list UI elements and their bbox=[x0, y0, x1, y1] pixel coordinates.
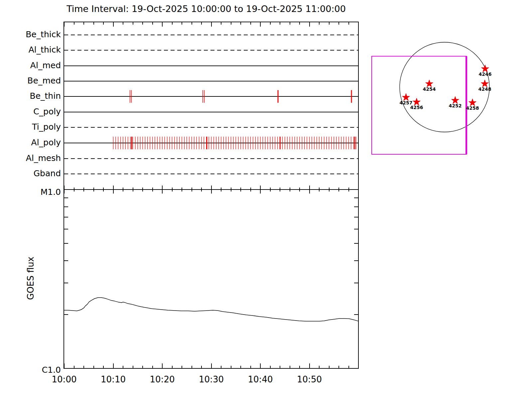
goes-axis-title: GOES flux bbox=[26, 257, 36, 300]
goes-axis-title-wrap: GOES flux bbox=[21, 255, 41, 302]
active-region-star-4257 bbox=[402, 93, 410, 101]
goes-panel bbox=[64, 190, 358, 368]
goes-frame bbox=[64, 190, 358, 368]
active-region-star-4248 bbox=[481, 80, 489, 87]
exposure-events bbox=[113, 90, 356, 149]
page-title: Time Interval: 19-Oct-2025 10:00:00 to 1… bbox=[0, 4, 412, 14]
plot-drawing bbox=[0, 0, 532, 399]
filter-label-al_med: Al_med bbox=[8, 61, 61, 70]
time-label-10-50: 10:50 bbox=[286, 374, 333, 384]
timeline-panel bbox=[64, 22, 358, 194]
active-region-label-4258: 4258 bbox=[459, 105, 486, 111]
time-label-10-30: 10:30 bbox=[188, 374, 235, 384]
active-region-star-4246 bbox=[481, 65, 489, 72]
time-label-10-10: 10:10 bbox=[90, 374, 137, 384]
time-label-10-20: 10:20 bbox=[139, 374, 186, 384]
active-region-star-4252 bbox=[452, 96, 459, 104]
active-region-label-4256: 4256 bbox=[403, 105, 430, 110]
goes-y-min-label: C1.0 bbox=[11, 365, 61, 375]
time-label-10-40: 10:40 bbox=[237, 374, 284, 384]
solar-activity-plot: Time Interval: 19-Oct-2025 10:00:00 to 1… bbox=[0, 0, 532, 399]
filter-label-gband: Gband bbox=[8, 169, 61, 178]
solar-map bbox=[372, 42, 489, 154]
filter-label-ti_poly: Ti_poly bbox=[8, 122, 61, 132]
filter-label-al_thick: Al_thick bbox=[8, 45, 61, 55]
filter-label-be_med: Be_med bbox=[8, 76, 61, 85]
filter-label-c_poly: C_poly bbox=[8, 107, 61, 116]
filter-label-al_poly: Al_poly bbox=[8, 138, 61, 147]
active-region-star-4254 bbox=[426, 80, 433, 87]
active-region-label-4246: 4246 bbox=[472, 71, 498, 77]
active-region-label-4254: 4254 bbox=[416, 86, 443, 92]
active-region-label-4248: 4248 bbox=[471, 86, 498, 92]
filter-label-al_mesh: Al_mesh bbox=[8, 153, 61, 163]
active-region-star-4258 bbox=[469, 99, 476, 106]
goes-flux-curve bbox=[64, 298, 358, 321]
goes-y-max-label: M1.0 bbox=[11, 187, 61, 197]
filter-label-be_thick: Be_thick bbox=[8, 30, 61, 39]
timeline-frame bbox=[64, 22, 358, 190]
filter-label-be_thin: Be_thin bbox=[8, 91, 61, 101]
time-label-10-00: 10:00 bbox=[41, 374, 87, 384]
